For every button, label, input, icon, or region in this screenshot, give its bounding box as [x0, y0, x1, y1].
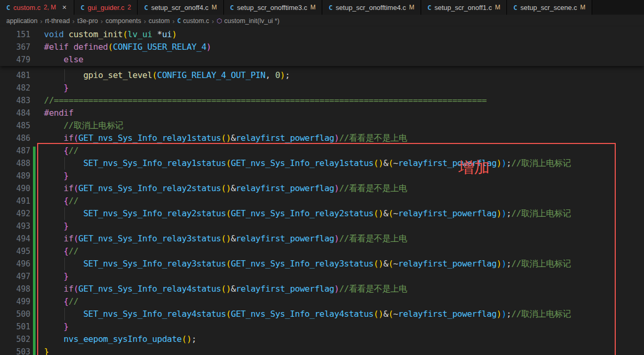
code-line-486[interactable]: 486 if(GET_nvs_Sys_Info_relay1status()&r… [0, 132, 644, 145]
code-line-498[interactable]: 498 if(GET_nvs_Sys_Info_relay4status()&r… [0, 283, 644, 295]
code-line-483[interactable]: 483//===================================… [0, 94, 644, 107]
line-number[interactable]: 490 [0, 182, 30, 195]
code-line-501[interactable]: 501 } [0, 320, 644, 333]
code-line-494[interactable]: 494 if(GET_nvs_Sys_Info_relay3status()&r… [0, 232, 644, 245]
line-number[interactable]: 487 [0, 145, 30, 157]
code-text: gpio_set_level(CONFIG_RELAY_4_OUT_PIN, 0… [44, 69, 290, 82]
breadcrumb-item-custom.c[interactable]: Ccustom.c [177, 17, 209, 25]
code-text: {// [44, 195, 78, 207]
code-line-487[interactable]: 487 {// [0, 145, 644, 157]
code-line-499[interactable]: 499 {// [0, 295, 644, 308]
line-number[interactable]: 488 [0, 157, 30, 170]
c-language-icon: C [144, 4, 148, 12]
code-line-485[interactable]: 485 //取消上电标记 [0, 119, 644, 132]
tab-status-badge: M [409, 4, 414, 11]
tab-label: setup_scr_scene.c [521, 4, 577, 12]
line-number[interactable]: 481 [0, 69, 30, 82]
code-line-491[interactable]: 491 {// [0, 195, 644, 207]
code-line-151[interactable]: 151void custom_init(lv_ui *ui) [0, 28, 644, 41]
code-line-503[interactable]: 503} [0, 346, 644, 355]
code-text: #elif defined(CONFIG_USER_RELAY_4) [44, 41, 211, 53]
code-line-496[interactable]: 496 SET_nvs_Sys_Info_relay3status(GET_nv… [0, 258, 644, 270]
line-number[interactable]: 485 [0, 119, 30, 132]
line-number[interactable]: 500 [0, 308, 30, 320]
tab-gui_guider.c[interactable]: Cgui_guider.c2 [74, 0, 138, 15]
tab-label: setup_scr_onofftime3.c [237, 4, 307, 12]
tab-setup_scr_onoff1.c[interactable]: Csetup_scr_onoff1.cM [421, 0, 507, 15]
code-text: void custom_init(lv_ui *ui) [44, 28, 177, 41]
breadcrumb-item-components[interactable]: components [106, 17, 141, 25]
indent-guide [64, 308, 65, 320]
line-number[interactable]: 482 [0, 82, 30, 94]
breadcrumb-item-label: custom_init(lv_ui *) [224, 17, 280, 25]
line-number[interactable]: 479 [0, 53, 30, 66]
line-number[interactable]: 367 [0, 41, 30, 53]
code-line-479[interactable]: 479 else [0, 53, 644, 66]
line-number[interactable]: 503 [0, 346, 30, 355]
c-language-icon: C [513, 4, 517, 12]
code-line-490[interactable]: 490 if(GET_nvs_Sys_Info_relay2status()&r… [0, 182, 644, 195]
tab-setup_scr_scene.c[interactable]: Csetup_scr_scene.cM [507, 0, 592, 15]
line-number[interactable]: 495 [0, 245, 30, 258]
code-line-497[interactable]: 497 } [0, 270, 644, 283]
code-line-484[interactable]: 484#endif [0, 107, 644, 119]
tab-setup_scr_onoff4.c[interactable]: Csetup_scr_onoff4.cM [138, 0, 223, 15]
code-line-493[interactable]: 493 } [0, 220, 644, 232]
tab-setup_scr_onofftime3.c[interactable]: Csetup_scr_onofftime3.cM [224, 0, 323, 15]
tab-status-badge: M [580, 4, 585, 11]
code-text: } [44, 346, 49, 355]
breadcrumb-separator: › [40, 17, 42, 25]
line-number[interactable]: 491 [0, 195, 30, 207]
line-number[interactable]: 501 [0, 320, 30, 333]
code-text: //取消上电标记 [44, 119, 123, 132]
code-line-482[interactable]: 482 } [0, 82, 644, 94]
breadcrumb-separator: › [72, 17, 74, 25]
line-number[interactable]: 483 [0, 94, 30, 107]
code-text: SET_nvs_Sys_Info_relay3status(GET_nvs_Sy… [44, 258, 571, 270]
line-number[interactable]: 486 [0, 132, 30, 145]
code-line-367[interactable]: 367#elif defined(CONFIG_USER_RELAY_4) [0, 41, 644, 53]
close-icon[interactable]: × [61, 3, 67, 12]
code-text: if(GET_nvs_Sys_Info_relay2status()&relay… [44, 182, 407, 195]
code-lines[interactable]: 481 gpio_set_level(CONFIG_RELAY_4_OUT_PI… [0, 66, 644, 355]
line-number[interactable]: 492 [0, 207, 30, 220]
code-line-500[interactable]: 500 SET_nvs_Sys_Info_relay4status(GET_nv… [0, 308, 644, 320]
tab-custom.c[interactable]: Ccustom.c2, M× [0, 0, 74, 15]
line-number[interactable]: 494 [0, 232, 30, 245]
tab-setup_scr_onofftime4.c[interactable]: Csetup_scr_onofftime4.cM [322, 0, 421, 15]
indent-guide [64, 157, 65, 170]
line-number[interactable]: 484 [0, 107, 30, 119]
c-language-icon: C [177, 17, 181, 25]
code-text: if(GET_nvs_Sys_Info_relay1status()&relay… [44, 132, 407, 145]
breadcrumb-separator: › [144, 17, 146, 25]
code-line-495[interactable]: 495 {// [0, 245, 644, 258]
code-text: #endif [44, 107, 73, 119]
breadcrumb-item-rt-thread[interactable]: rt-thread [45, 17, 70, 25]
breadcrumb-item-custom[interactable]: custom [149, 17, 170, 25]
line-number[interactable]: 151 [0, 28, 30, 41]
annotation-label: 增加 [458, 157, 490, 179]
line-number[interactable]: 499 [0, 295, 30, 308]
code-line-502[interactable]: 502 nvs_eepom_sysInfo_update(); [0, 333, 644, 346]
line-number[interactable]: 496 [0, 258, 30, 270]
tab-status-badge: M [310, 4, 315, 11]
code-line-489[interactable]: 489 } [0, 170, 644, 182]
line-number[interactable]: 489 [0, 170, 30, 182]
line-number[interactable]: 493 [0, 220, 30, 232]
tab-label: setup_scr_onoff1.c [435, 4, 492, 12]
code-line-481[interactable]: 481 gpio_set_level(CONFIG_RELAY_4_OUT_PI… [0, 69, 644, 82]
line-number[interactable]: 498 [0, 283, 30, 295]
sticky-scroll-lines[interactable]: 151void custom_init(lv_ui *ui)367#elif d… [0, 27, 644, 66]
code-line-492[interactable]: 492 SET_nvs_Sys_Info_relay2status(GET_nv… [0, 207, 644, 220]
c-language-icon: C [81, 4, 85, 12]
breadcrumb-item-t3e-pro[interactable]: t3e-pro [77, 17, 98, 25]
line-number[interactable]: 502 [0, 333, 30, 346]
line-number[interactable]: 497 [0, 270, 30, 283]
code-line-488[interactable]: 488 SET_nvs_Sys_Info_relay1status(GET_nv… [0, 157, 644, 170]
code-editor[interactable]: 151void custom_init(lv_ui *ui)367#elif d… [0, 27, 644, 355]
breadcrumb-item-custom_init(lv_ui *)[interactable]: ⬡custom_init(lv_ui *) [217, 17, 279, 25]
editor-tab-bar: Ccustom.c2, M×Cgui_guider.c2Csetup_scr_o… [0, 0, 644, 15]
breadcrumb-item-application[interactable]: application [6, 17, 38, 25]
tab-label: gui_guider.c [88, 4, 125, 12]
breadcrumb-item-label: t3e-pro [77, 17, 98, 25]
